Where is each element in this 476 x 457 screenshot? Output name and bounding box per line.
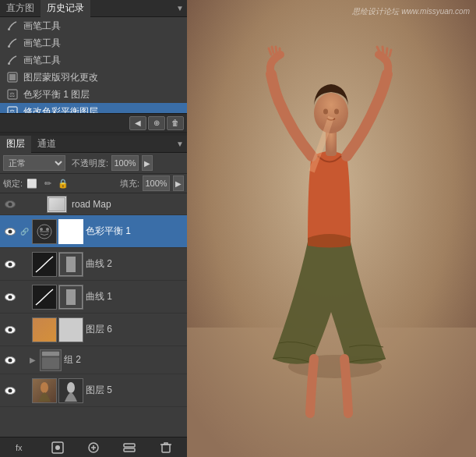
- layer-6-mask: [58, 317, 83, 342]
- eye-icon-layer6: [5, 326, 16, 334]
- layer-curve1-visibility[interactable]: [3, 290, 17, 304]
- layer-curve1-thumbs: [32, 285, 83, 310]
- layer-roadmap-name: road Map: [72, 199, 184, 210]
- layer-group2-name: 组 2: [64, 353, 184, 367]
- svg-text:fx: fx: [16, 443, 23, 452]
- fill-arrow[interactable]: ▶: [173, 175, 184, 191]
- layer-5[interactable]: 图层 5: [0, 374, 187, 407]
- layer-5-visibility[interactable]: [3, 384, 17, 398]
- history-item-6[interactable]: ⚖ 修改色彩平衡图层: [0, 103, 187, 113]
- svg-rect-19: [42, 351, 59, 356]
- history-new-btn[interactable]: ⊕: [148, 116, 165, 130]
- eye-icon-colorbalance1: [5, 228, 16, 236]
- history-panel-tabs: 直方图 历史记录 ▼: [0, 0, 187, 17]
- layer-roadmap-visibility[interactable]: [3, 197, 17, 211]
- history-item-3[interactable]: 画笔工具: [0, 51, 187, 69]
- svg-point-1: [8, 45, 10, 48]
- history-item-2[interactable]: 画笔工具: [0, 34, 187, 51]
- layer-delete-btn[interactable]: [157, 440, 175, 455]
- layer-curve1-icon-thumb: [32, 285, 57, 310]
- svg-point-24: [67, 382, 75, 393]
- fill-value[interactable]: 100%: [143, 175, 170, 191]
- layer-5-mask: [58, 378, 83, 403]
- right-panel: 思绘设计论坛 www.missyuan.com: [187, 0, 476, 457]
- layer-curve1[interactable]: 曲线 1: [0, 281, 187, 314]
- watermark: 思绘设计论坛 www.missyuan.com: [352, 6, 470, 17]
- layer-6-visibility[interactable]: [3, 323, 17, 337]
- layer-group2-visibility[interactable]: [3, 353, 17, 367]
- lock-move-icon[interactable]: ✏: [41, 177, 54, 190]
- svg-text:⚖: ⚖: [9, 91, 15, 98]
- lock-pixel-icon[interactable]: ⬜: [26, 177, 38, 190]
- layer-colorbalance1-visibility[interactable]: [3, 225, 17, 239]
- history-list: 画笔工具 画笔工具 画笔工具 图层蒙版羽化更改: [0, 17, 187, 113]
- lock-all-icon[interactable]: 🔒: [57, 177, 69, 190]
- layer-colorbalance1[interactable]: 🔗 色彩平衡 1: [0, 215, 187, 248]
- tab-channels[interactable]: 通道: [31, 136, 62, 153]
- svg-point-37: [323, 109, 328, 115]
- layer-roadmap[interactable]: road Map: [0, 193, 187, 215]
- layer-5-thumb: [32, 378, 57, 403]
- history-item-4[interactable]: 图层蒙版羽化更改: [0, 69, 187, 86]
- layer-curve1-mask: [58, 285, 83, 310]
- layers-panel: 图层 通道 ▼ 正常 不透明度: 100% ▶ 锁定: ⬜ ✏ 🔒 填充: 10…: [0, 133, 187, 457]
- history-back-btn[interactable]: ◀: [129, 116, 146, 130]
- dancer-image: [187, 0, 476, 457]
- blend-mode-select[interactable]: 正常: [3, 155, 65, 171]
- layer-6-name: 图层 6: [86, 323, 184, 336]
- history-bottom-bar: ◀ ⊕ 🗑: [0, 113, 187, 132]
- layer-curve1-name: 曲线 1: [86, 290, 184, 303]
- svg-rect-17: [66, 289, 76, 305]
- history-panel: 直方图 历史记录 ▼ 画笔工具 画笔工具 画笔工具: [0, 0, 187, 133]
- opacity-label: 不透明度:: [72, 158, 108, 169]
- lock-row: 锁定: ⬜ ✏ 🔒 填充: 100% ▶: [0, 174, 187, 193]
- layer-curve2-name: 曲线 2: [86, 257, 184, 271]
- layer-mask-btn[interactable]: [49, 440, 66, 455]
- left-panel: 直方图 历史记录 ▼ 画笔工具 画笔工具 画笔工具: [0, 0, 187, 457]
- svg-point-38: [334, 109, 339, 115]
- opacity-arrow[interactable]: ▶: [142, 155, 153, 171]
- layers-controls: 正常 不透明度: 100% ▶: [0, 153, 187, 174]
- history-item-1[interactable]: 画笔工具: [0, 17, 187, 34]
- tab-history[interactable]: 历史记录: [41, 0, 90, 17]
- svg-rect-4: [9, 74, 16, 80]
- svg-rect-14: [66, 257, 76, 272]
- layer-roadmap-thumb: [47, 196, 67, 213]
- tab-histogram[interactable]: 直方图: [0, 0, 41, 17]
- layer-6-thumb: [32, 317, 57, 342]
- fill-label: 填充:: [120, 178, 139, 190]
- layer-group2[interactable]: ▶ 组 2: [0, 346, 187, 374]
- panel-collapse-btn[interactable]: ▼: [173, 4, 187, 12]
- svg-point-22: [41, 382, 48, 393]
- layer-group-btn[interactable]: [121, 440, 138, 455]
- tab-layers[interactable]: 图层: [0, 136, 31, 153]
- layer-colorbalance1-link: 🔗: [19, 228, 30, 236]
- layers-list: road Map 🔗: [0, 193, 187, 437]
- svg-point-2: [8, 62, 10, 65]
- layer-group2-thumbs: [40, 349, 62, 371]
- history-delete-btn[interactable]: 🗑: [167, 116, 184, 130]
- opacity-value[interactable]: 100%: [111, 155, 139, 171]
- svg-rect-20: [42, 357, 59, 369]
- layer-colorbalance1-name: 色彩平衡 1: [86, 225, 184, 238]
- mask-icon: [6, 71, 19, 83]
- layer-curve2-thumbs: [32, 252, 83, 277]
- layer-curve2-icon-thumb: [32, 252, 57, 277]
- layer-curve2-visibility[interactable]: [3, 257, 17, 271]
- eye-icon-layer5: [5, 387, 16, 395]
- history-item-5[interactable]: ⚖ 色彩平衡 1 图层: [0, 86, 187, 103]
- svg-point-36: [314, 93, 348, 133]
- colorbalance-icon-2: ⚖: [6, 105, 19, 113]
- layer-adjustment-btn[interactable]: [85, 440, 102, 455]
- group2-arrow[interactable]: ▶: [30, 356, 36, 364]
- layer-curve2[interactable]: 曲线 2: [0, 248, 187, 281]
- layers-toolbar: fx: [0, 437, 187, 457]
- eye-icon-curve2: [5, 260, 16, 268]
- lock-label: 锁定:: [3, 178, 23, 190]
- layer-style-btn[interactable]: fx: [12, 440, 30, 455]
- layer-colorbalance1-mask: [58, 219, 83, 244]
- layers-panel-collapse[interactable]: ▼: [173, 140, 187, 148]
- eye-icon-group2: [5, 356, 16, 364]
- brush-icon-1: [6, 19, 19, 32]
- layer-6[interactable]: 图层 6: [0, 314, 187, 346]
